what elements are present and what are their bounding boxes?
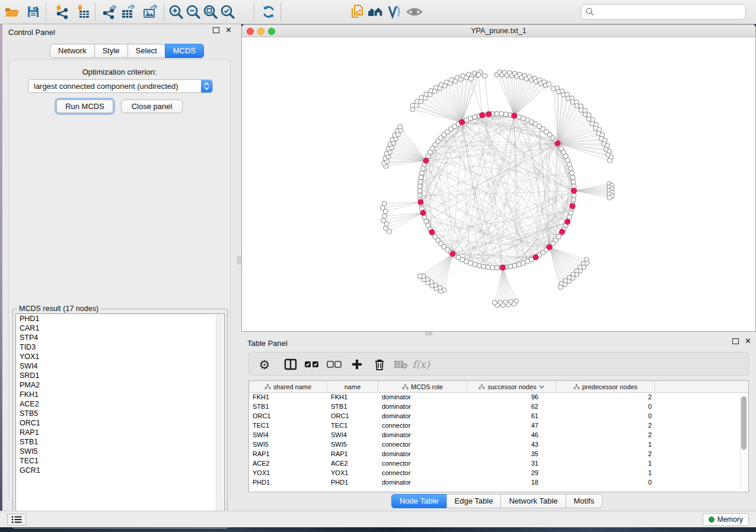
cell: TEC1 xyxy=(327,421,378,431)
style-tool-icon[interactable] xyxy=(386,4,404,20)
column-header-MCDS-role[interactable]: MCDS role xyxy=(378,381,467,392)
zoom-selected-icon[interactable] xyxy=(219,4,237,20)
tab-network-table[interactable]: Network Table xyxy=(500,494,566,508)
search-input[interactable] xyxy=(597,8,745,16)
result-item[interactable]: GCR1 xyxy=(16,466,224,475)
mcds-result-list[interactable]: PHD1CAR1STP4TID3YOX1SWI4SRD1PMA2FKH1ACE2… xyxy=(15,313,225,525)
result-scrollbar[interactable] xyxy=(216,315,224,524)
zoom-out-icon[interactable] xyxy=(184,4,202,20)
criterion-dropdown[interactable]: largest connected component (undirected) xyxy=(28,79,213,93)
result-item[interactable]: YOX1 xyxy=(16,352,224,361)
open-session-icon[interactable] xyxy=(3,4,21,20)
float-panel-icon[interactable] xyxy=(213,27,219,33)
tab-motifs[interactable]: Motifs xyxy=(566,494,603,508)
close-panel-icon[interactable]: ✕ xyxy=(745,338,751,344)
table-row[interactable]: FKH1FKH1dominator962 xyxy=(249,393,748,402)
columns-icon[interactable] xyxy=(281,355,300,374)
result-item[interactable]: SWI4 xyxy=(16,361,224,371)
scrollbar-thumb[interactable] xyxy=(741,396,747,450)
result-item[interactable]: SRD1 xyxy=(16,371,224,380)
close-panel-icon[interactable]: ✕ xyxy=(225,27,232,33)
zoom-in-icon[interactable] xyxy=(167,4,185,20)
table-row[interactable]: ACE2ACE2connector311 xyxy=(249,459,748,469)
maximize-window-icon[interactable] xyxy=(268,28,275,35)
search-box[interactable] xyxy=(581,4,746,20)
cell: SWI5 xyxy=(249,440,327,450)
save-session-icon[interactable] xyxy=(24,4,42,20)
cell: dominator xyxy=(378,412,467,421)
cell: RAP1 xyxy=(249,450,327,459)
select-all-icon[interactable] xyxy=(302,355,321,374)
run-mcds-button[interactable]: Run MCDS xyxy=(56,100,113,113)
tab-edge-table[interactable]: Edge Table xyxy=(446,494,502,508)
tab-style[interactable]: Style xyxy=(94,44,128,58)
import-table-icon[interactable] xyxy=(75,4,92,20)
result-item[interactable]: STB5 xyxy=(16,409,224,418)
table-row[interactable]: TEC1TEC1connector472 xyxy=(249,421,748,431)
float-panel-icon[interactable] xyxy=(732,338,739,344)
network-window-titlebar[interactable]: YPA_prune.txt_1 xyxy=(242,25,755,37)
cell: 1 xyxy=(556,469,655,478)
result-item[interactable]: ORC1 xyxy=(16,418,224,428)
table-row[interactable]: SWI5SWI5connector431 xyxy=(249,440,748,450)
result-item[interactable]: FKH1 xyxy=(16,390,224,399)
import-network-icon[interactable] xyxy=(53,4,71,20)
add-column-icon[interactable] xyxy=(347,355,366,374)
vertical-splitter[interactable] xyxy=(237,24,241,511)
table-row[interactable]: RAP1RAP1dominator352 xyxy=(249,450,748,459)
result-item[interactable]: ACE2 xyxy=(16,399,224,409)
refresh-icon[interactable] xyxy=(260,4,277,20)
table-row[interactable]: ORC1ORC1dominator610 xyxy=(249,412,748,421)
result-item[interactable]: PHD1 xyxy=(16,314,224,323)
result-item[interactable]: STB1 xyxy=(16,437,224,447)
column-header-predecessor-nodes[interactable]: predecessor nodes xyxy=(556,381,655,392)
table-row[interactable]: PHD1PHD1dominator180 xyxy=(249,478,748,488)
minimize-window-icon[interactable] xyxy=(257,28,264,35)
node-table[interactable]: shared namenameMCDS rolesuccessor nodesp… xyxy=(248,380,749,492)
hide-tool-icon[interactable] xyxy=(406,4,423,20)
cell: 2 xyxy=(556,421,655,431)
cell: ACE2 xyxy=(327,459,378,469)
splitter-grip[interactable] xyxy=(237,257,241,264)
optimization-label: Optimization criterion: xyxy=(9,68,230,76)
table-row[interactable]: STB1STB1dominator620 xyxy=(249,402,748,412)
column-header-shared-name[interactable]: shared name xyxy=(249,381,327,392)
result-item[interactable]: PMA2 xyxy=(16,380,224,390)
column-header-name[interactable]: name xyxy=(327,381,378,392)
close-panel-button[interactable]: Close panel xyxy=(121,100,183,113)
result-item[interactable]: SWI5 xyxy=(16,447,224,456)
table-scrollbar[interactable] xyxy=(740,394,747,489)
table-settings-icon[interactable]: ⚙ xyxy=(255,355,274,374)
criterion-value: largest connected component (undirected) xyxy=(28,82,201,91)
deselect-all-icon[interactable] xyxy=(325,355,344,374)
table-row[interactable]: YOX1YOX1connector291 xyxy=(249,469,748,478)
export-table-icon[interactable] xyxy=(119,4,137,20)
table-row[interactable]: SWI4SWI4dominator462 xyxy=(249,431,748,440)
cell: 31 xyxy=(467,459,556,469)
result-item[interactable]: TID3 xyxy=(16,342,224,352)
network-view-canvas[interactable] xyxy=(242,37,755,331)
tab-select[interactable]: Select xyxy=(127,44,165,58)
column-header-successor-nodes[interactable]: successor nodes xyxy=(467,381,556,392)
cell: PHD1 xyxy=(249,478,327,488)
tab-network[interactable]: Network xyxy=(50,44,95,58)
control-panel: Control Panel ✕ NetworkStyleSelectMCDS O… xyxy=(2,24,237,511)
result-item[interactable]: TEC1 xyxy=(16,456,224,466)
result-item[interactable]: RAP1 xyxy=(16,428,224,437)
task-history-button[interactable] xyxy=(7,514,26,525)
tab-mcds[interactable]: MCDS xyxy=(165,44,204,58)
close-window-icon[interactable] xyxy=(247,28,254,35)
cell: 46 xyxy=(467,431,556,440)
show-all-networks-icon[interactable] xyxy=(366,4,384,20)
cell: 18 xyxy=(467,478,556,488)
export-network-icon[interactable] xyxy=(101,4,119,20)
export-image-icon[interactable] xyxy=(141,4,159,20)
clone-network-icon[interactable] xyxy=(349,4,366,20)
delete-icon[interactable] xyxy=(370,355,389,374)
tab-node-table[interactable]: Node Table xyxy=(391,494,447,508)
memory-button[interactable]: Memory xyxy=(703,513,749,526)
result-item[interactable]: STP4 xyxy=(16,333,224,342)
result-item[interactable]: CAR1 xyxy=(16,323,224,333)
cell: 1 xyxy=(556,440,655,450)
zoom-fit-icon[interactable] xyxy=(202,4,219,20)
